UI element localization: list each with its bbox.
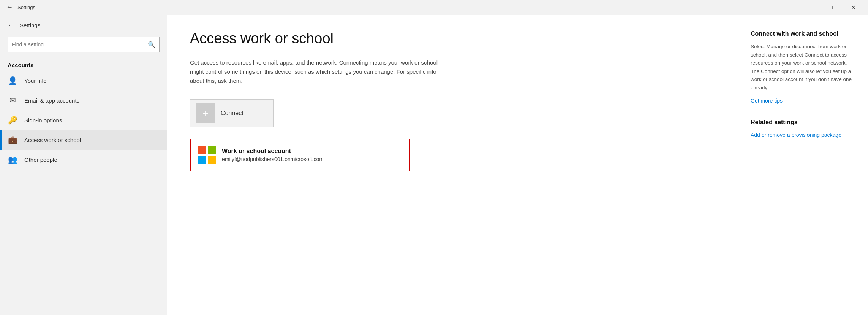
right-panel: Connect with work and school Select Mana… <box>739 15 868 315</box>
microsoft-logo <box>198 146 216 164</box>
sidebar-item-other-people[interactable]: 👥 Other people <box>0 150 167 169</box>
sidebar: ← Settings 🔍 Accounts 👤 Your info ✉ Emai… <box>0 15 167 315</box>
ms-logo-green <box>208 146 216 154</box>
sidebar-item-sign-in[interactable]: 🔑 Sign-in options <box>0 110 167 130</box>
sidebar-item-label: Access work or school <box>24 137 81 143</box>
window-controls: — □ ✕ <box>806 2 862 14</box>
ms-logo-yellow <box>208 156 216 164</box>
sidebar-item-access-work[interactable]: 💼 Access work or school <box>0 130 167 150</box>
maximize-button[interactable]: □ <box>825 2 843 14</box>
account-card[interactable]: Work or school account emilyf@nodpublish… <box>190 139 410 171</box>
connect-label: Connect <box>221 110 243 117</box>
search-box[interactable]: 🔍 <box>8 37 160 52</box>
window-back-icon[interactable]: ← <box>6 3 13 11</box>
sidebar-back-button[interactable]: ← Settings <box>0 15 167 35</box>
main-content: Access work or school Get access to reso… <box>167 15 739 315</box>
connect-button[interactable]: + Connect <box>190 99 274 127</box>
search-input[interactable] <box>12 41 148 47</box>
sidebar-item-label: Other people <box>24 157 57 163</box>
ms-logo-red <box>198 146 206 154</box>
app-body: ← Settings 🔍 Accounts 👤 Your info ✉ Emai… <box>0 15 868 315</box>
sidebar-item-label: Email & app accounts <box>24 97 79 104</box>
ms-logo-blue <box>198 156 206 164</box>
connect-panel-text: Select Manage or disconnect from work or… <box>751 43 857 92</box>
back-icon: ← <box>8 21 14 29</box>
connect-plus-icon: + <box>196 103 215 123</box>
close-button[interactable]: ✕ <box>844 2 862 14</box>
title-bar: ← Settings — □ ✕ <box>0 0 868 15</box>
sidebar-item-your-info[interactable]: 👤 Your info <box>0 71 167 90</box>
connect-panel-title: Connect with work and school <box>751 30 857 37</box>
person-icon: 👤 <box>8 76 17 85</box>
sidebar-item-label: Your info <box>24 78 47 84</box>
account-name: Work or school account <box>222 148 324 155</box>
page-description: Get access to resources like email, apps… <box>190 58 448 85</box>
email-icon: ✉ <box>8 96 17 105</box>
title-bar-left: ← Settings <box>6 3 35 11</box>
get-more-tips-link[interactable]: Get more tips <box>751 98 783 104</box>
person-add-icon: 👥 <box>8 155 17 164</box>
search-icon: 🔍 <box>148 41 155 48</box>
related-settings-title: Related settings <box>751 119 857 126</box>
account-email: emilyf@nodpublishers001.onmicrosoft.com <box>222 156 324 162</box>
briefcase-icon: 💼 <box>8 135 17 144</box>
sidebar-section-label: Accounts <box>0 58 167 71</box>
sidebar-back-label: Settings <box>20 22 40 28</box>
sidebar-item-label: Sign-in options <box>24 117 62 123</box>
page-title: Access work or school <box>190 30 716 47</box>
account-info: Work or school account emilyf@nodpublish… <box>222 148 324 162</box>
window-title: Settings <box>17 5 35 10</box>
add-remove-provisioning-link[interactable]: Add or remove a provisioning package <box>751 132 841 138</box>
sidebar-item-email-app[interactable]: ✉ Email & app accounts <box>0 90 167 110</box>
minimize-button[interactable]: — <box>806 2 824 14</box>
key-icon: 🔑 <box>8 116 17 125</box>
